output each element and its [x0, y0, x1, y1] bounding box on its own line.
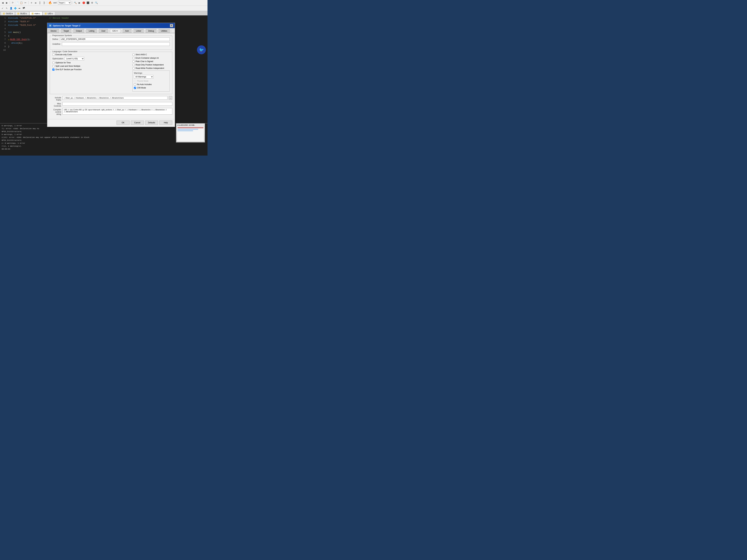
- optimization-row: Optimization: Level 0 (-O0): [52, 57, 130, 60]
- format-btn1[interactable]: ≡: [30, 1, 33, 4]
- dialog-tab-cc-label: C/C++: [112, 30, 118, 32]
- line-num-5: 5: [2, 31, 6, 33]
- copy-button[interactable]: 📄: [15, 1, 19, 4]
- output-line-2: 7): error: #268: declaration may no: [2, 127, 206, 130]
- dialog-buttons: OK Cancel Defaults Help: [47, 119, 175, 127]
- dialog-tab-sep-6: |: [121, 29, 123, 33]
- bookmark-button[interactable]: 🏳: [11, 1, 15, 4]
- language-group: Language / Code Generation Execute-only …: [50, 52, 172, 94]
- plain-char-check[interactable]: [132, 60, 134, 62]
- enum-container-check[interactable]: [132, 57, 134, 59]
- one-elf-section-check[interactable]: [52, 69, 54, 71]
- person-btn[interactable]: 👤: [9, 6, 13, 10]
- no-auto-includes-row: No Auto Includes: [134, 83, 168, 85]
- and-label: and: [53, 2, 57, 4]
- no-auto-includes-check[interactable]: [134, 83, 136, 85]
- format-btn2[interactable]: ≣: [34, 1, 37, 4]
- dialog-tab-cc[interactable]: C/C++: [110, 29, 121, 33]
- arrow-btn[interactable]: ➡: [18, 6, 21, 10]
- dialog-tab-target[interactable]: Target: [61, 29, 71, 33]
- help-button[interactable]: Help: [159, 121, 172, 125]
- warning-icon-7: ⚠: [8, 38, 9, 41]
- build-btn[interactable]: 🔨: [73, 1, 77, 4]
- code-while-body: (1);: [18, 42, 23, 44]
- stop-btn[interactable]: ⬛: [86, 1, 89, 4]
- line-num-8: 8: [2, 42, 6, 44]
- run-btn[interactable]: ▶: [78, 1, 81, 4]
- format-btn4[interactable]: ╠: [42, 1, 46, 4]
- dialog-tab-utilities[interactable]: Utilities: [158, 29, 170, 33]
- split-load-store-check[interactable]: [52, 65, 54, 67]
- format-btn3[interactable]: ║: [38, 1, 42, 4]
- dialog-tab-sep-5: |: [108, 29, 110, 33]
- tab-icon-led-c: [45, 12, 47, 15]
- read-only-pos-check[interactable]: [132, 64, 134, 66]
- output-text-2: 7): error: #268: declaration may no: [2, 128, 39, 130]
- forward-button[interactable]: ▶: [5, 1, 8, 4]
- include-paths-input[interactable]: [62, 96, 168, 100]
- thumbnail-preview[interactable]: STM32第五次培训（红外传感...: [176, 123, 205, 142]
- search-toolbar-btn[interactable]: 🔍: [95, 1, 98, 4]
- undefine-label: Undefine:: [52, 43, 61, 45]
- secondary-toolbar: ✓ ↖ 👤 💠 ➡ 🏴: [0, 6, 207, 11]
- tab-led-c[interactable]: LED.c: [43, 11, 55, 16]
- cancel-button[interactable]: Cancel: [131, 121, 144, 125]
- misc-controls-input[interactable]: [62, 102, 172, 106]
- target-select[interactable]: Target 1: [58, 1, 71, 4]
- dialog-tab-sep-10: |: [170, 29, 172, 33]
- compiler-control-input[interactable]: -c99 -c -cpu Cortex-M3 -g -O0 -apcs=inte…: [62, 108, 172, 114]
- language-col-left: Execute-only Code Optimization: Level 0 …: [52, 53, 130, 91]
- optimization-select[interactable]: Level 0 (-O0): [65, 57, 84, 60]
- execute-only-code-check[interactable]: [52, 54, 54, 56]
- main-toolbar: ◀ ▶ 🏳 📄 📋 ✂ ≡ ≣ ║ ╠ 🔥 and Target 1 🔨 ▶ 🔴…: [0, 0, 207, 6]
- thumb-bar-1: [178, 127, 203, 128]
- strict-ansi-check[interactable]: [132, 54, 134, 56]
- ok-button[interactable]: OK: [117, 121, 130, 125]
- code-fn-main: main: [13, 31, 18, 33]
- settings-btn[interactable]: ⚙: [90, 1, 94, 4]
- warnings-select[interactable]: All Warnings: [134, 75, 153, 79]
- debug-btn[interactable]: 🔴: [82, 1, 85, 4]
- warnings-label: Warnings:: [134, 72, 168, 74]
- dialog-tab-sep-1: |: [59, 29, 61, 33]
- code-line-1: 1 #include "stm32f10x.h" // Device heade…: [2, 16, 206, 20]
- undefine-row: Undefine:: [52, 42, 170, 46]
- dialog-tab-device[interactable]: Device: [48, 29, 59, 33]
- dialog-tab-user[interactable]: User: [99, 29, 108, 33]
- tab-oled-h[interactable]: OLED.h: [1, 11, 15, 16]
- read-write-pos-check[interactable]: [132, 67, 134, 69]
- tab-main-c[interactable]: main.c: [29, 11, 42, 16]
- thumb-mode-row: Thumb Mode: [134, 80, 168, 82]
- execute-only-code-label: Execute-only Code: [55, 53, 72, 56]
- c99-mode-check[interactable]: [134, 87, 136, 89]
- dialog-title-icon: W: [49, 24, 52, 27]
- check-btn[interactable]: ✓: [1, 6, 4, 10]
- include-paths-browse-btn[interactable]: ...: [169, 96, 172, 100]
- undefine-input[interactable]: [62, 42, 170, 46]
- dialog-tab-debug[interactable]: Debug: [146, 29, 156, 33]
- dialog-tab-linker[interactable]: Linker: [134, 29, 144, 33]
- output-text-6: GPIO_InitStructure;: [2, 139, 22, 141]
- dialog-close-button[interactable]: ✕: [170, 24, 173, 27]
- cursor-btn[interactable]: ↖: [5, 6, 8, 10]
- cut-button[interactable]: ✂: [24, 1, 27, 4]
- line-num-6: 6: [2, 35, 6, 37]
- dialog-tab-output[interactable]: Output: [73, 29, 84, 33]
- dialog-tab-listing[interactable]: Listing: [86, 29, 97, 33]
- dialog-tab-asm[interactable]: Asm: [123, 29, 131, 33]
- defaults-button[interactable]: Defaults: [145, 121, 158, 125]
- dialog-tab-sep-4: |: [97, 29, 99, 33]
- tab-oled-c[interactable]: OLED.c: [15, 11, 29, 16]
- paste-button[interactable]: 📋: [20, 1, 23, 4]
- diamond-btn[interactable]: 💠: [14, 6, 17, 10]
- dialog-tab-sep-7: |: [132, 29, 134, 33]
- output-line-5: c(13): error: #268: declaration may not …: [2, 136, 206, 139]
- output-line-6: GPIO_InitStructure;: [2, 139, 206, 142]
- define-input[interactable]: [60, 37, 170, 41]
- thumbnail-content: [177, 127, 204, 141]
- optimize-time-check[interactable]: [52, 62, 54, 64]
- dialog-title-container: W Options for Target 'Target 1': [49, 24, 81, 27]
- warnings-select-row: All Warnings: [134, 75, 168, 79]
- back-button[interactable]: ◀: [1, 1, 4, 4]
- flag-btn[interactable]: 🏴: [22, 6, 25, 10]
